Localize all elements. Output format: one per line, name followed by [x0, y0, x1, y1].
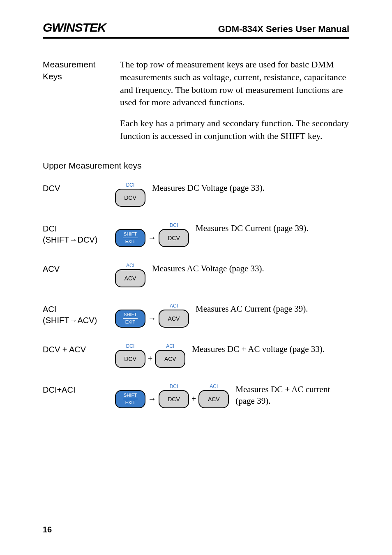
section-heading: Upper Measurement keys — [43, 161, 349, 171]
dcv-button-group: DCI DCV — [159, 222, 189, 247]
dci-secondary-label: DCI — [170, 222, 178, 228]
intro-label: Measurement Keys — [43, 58, 108, 151]
page-header: GWINSTEK GDM-834X Series User Manual — [43, 21, 349, 39]
key-desc-dcv: Measures DC Voltage (page 33). — [152, 182, 349, 194]
shift-button-group: SHIFT EXIT — [115, 384, 145, 408]
key-row-dcv: DCV DCI DCV Measures DC Voltage (page 33… — [43, 182, 349, 207]
acv-secondary-label: ACI — [126, 263, 134, 268]
manual-title: GDM-834X Series User Manual — [218, 24, 349, 35]
key-desc-acv: Measures AC Voltage (page 33). — [152, 263, 349, 274]
key-visual-acv: ACI ACV — [115, 263, 145, 287]
dcv-button-group: DCI DCV — [115, 343, 145, 368]
dci-secondary-label: DCI — [126, 343, 135, 349]
shift-button-group: SHIFT EXIT — [115, 303, 145, 328]
shift-top-label: SHIFT — [123, 393, 138, 399]
aci-secondary-label: ACI — [166, 343, 174, 349]
shift-bottom-label: EXIT — [125, 239, 135, 244]
intro-body: The top row of measurement keys are used… — [120, 58, 349, 151]
shift-button-group: SHIFT EXIT — [115, 222, 145, 247]
key-desc-aci: Measures AC Current (page 39). — [196, 303, 349, 314]
plus-separator: + — [191, 394, 196, 404]
dcv-button-group: DCI DCV — [159, 384, 189, 408]
dci-secondary-label: DCI — [170, 384, 178, 389]
acv-button-group: ACI ACV — [155, 343, 185, 368]
key-visual-dcv: DCI DCV — [115, 182, 145, 207]
dcv-button: DCV — [115, 350, 145, 368]
shift-button: SHIFT EXIT — [115, 390, 145, 408]
page-number: 16 — [43, 525, 52, 534]
acv-button: ACV — [198, 390, 229, 408]
acv-button-group: ACI ACV — [159, 303, 189, 328]
plus-separator: + — [148, 354, 152, 363]
key-desc-dci: Measures DC Current (page 39). — [196, 222, 349, 234]
dcv-secondary-label: DCI — [126, 182, 135, 188]
key-visual-aci: SHIFT EXIT → ACI ACV — [115, 303, 189, 328]
dcv-button: DCV — [159, 229, 189, 247]
intro-para2: Each key has a primary and secondary fun… — [120, 117, 349, 143]
arrow-icon: → — [148, 394, 156, 404]
key-visual-dci-aci: SHIFT EXIT → DCI DCV + ACI ACV — [115, 384, 229, 408]
key-label-dci: DCI (SHIFT→DCV) — [43, 222, 108, 245]
key-desc-dci-aci: Measures DC + AC current (page 39). — [235, 384, 349, 407]
arrow-icon: → — [148, 314, 156, 323]
shift-button: SHIFT EXIT — [115, 310, 145, 328]
key-row-dcv-acv: DCV + ACV DCI DCV + ACI ACV Measures DC … — [43, 343, 349, 368]
key-label-dcv-acv: DCV + ACV — [43, 343, 108, 355]
arrow-icon: → — [148, 233, 156, 243]
shift-bottom-label: EXIT — [125, 400, 135, 405]
dcv-button: DCV — [159, 390, 189, 408]
shift-bottom-label: EXIT — [125, 320, 135, 324]
shift-button: SHIFT EXIT — [115, 229, 145, 247]
key-visual-dcv-acv: DCI DCV + ACI ACV — [115, 343, 185, 368]
brand-logo: GWINSTEK — [43, 21, 106, 35]
intro-para1: The top row of measurement keys are used… — [120, 58, 349, 109]
key-row-dci-aci: DCI+ACI SHIFT EXIT → DCI DCV + ACI ACV M… — [43, 384, 349, 408]
shift-top-label: SHIFT — [123, 312, 138, 319]
acv-button-group: ACI ACV — [115, 263, 145, 287]
aci-secondary-label: ACI — [170, 303, 178, 309]
key-visual-dci: SHIFT EXIT → DCI DCV — [115, 222, 189, 247]
acv-button-group: ACI ACV — [198, 384, 229, 408]
acv-button: ACV — [159, 310, 189, 328]
dcv-button: DCV — [115, 189, 145, 207]
key-label-dcv: DCV — [43, 182, 108, 194]
key-row-acv: ACV ACI ACV Measures AC Voltage (page 33… — [43, 263, 349, 287]
acv-button: ACV — [155, 350, 185, 368]
key-label-dci-aci: DCI+ACI — [43, 384, 108, 395]
key-desc-dcv-acv: Measures DC + AC voltage (page 33). — [192, 343, 349, 355]
dcv-button-group: DCI DCV — [115, 182, 145, 207]
key-row-dci: DCI (SHIFT→DCV) SHIFT EXIT → DCI DCV Mea… — [43, 222, 349, 247]
aci-secondary-label: ACI — [210, 384, 218, 389]
shift-top-label: SHIFT — [123, 232, 138, 238]
key-label-acv: ACV — [43, 263, 108, 275]
key-label-aci: ACI (SHIFT→ACV) — [43, 303, 108, 326]
key-row-aci: ACI (SHIFT→ACV) SHIFT EXIT → ACI ACV Mea… — [43, 303, 349, 328]
acv-button: ACV — [115, 269, 145, 287]
intro-block: Measurement Keys The top row of measurem… — [43, 58, 349, 151]
